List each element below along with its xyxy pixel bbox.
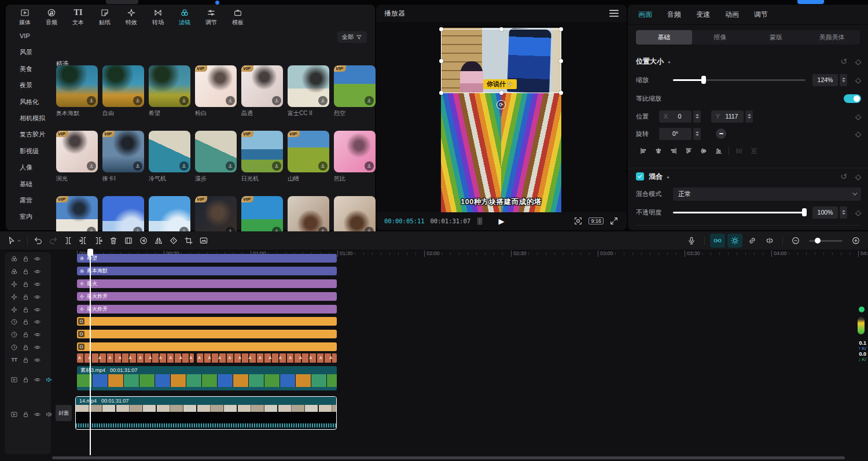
playhead[interactable] — [90, 249, 91, 455]
keyframe-diamond-icon[interactable]: ◇ — [855, 208, 861, 217]
subtitle-badge[interactable]: 你说什 — [483, 79, 517, 89]
keyframe-diamond-icon[interactable]: ◇ — [855, 76, 861, 84]
reset-icon[interactable]: ↺ — [840, 57, 847, 66]
align-right-button[interactable] — [666, 145, 681, 157]
tab-speed[interactable]: 变速 — [696, 10, 710, 20]
keyframe-diamond-icon[interactable]: ◇ — [855, 57, 861, 66]
category-cinematic[interactable]: 影视级 — [6, 143, 52, 159]
lock-icon[interactable] — [22, 356, 30, 364]
tab-transition[interactable]: 转场 — [146, 7, 170, 28]
download-icon[interactable] — [365, 161, 374, 171]
align-center-v-button[interactable] — [696, 145, 711, 157]
category-retro-film[interactable]: 复古胶片 — [6, 126, 52, 142]
subtab-basic[interactable]: 基础 — [636, 30, 692, 45]
tab-audio[interactable]: 音频 — [39, 7, 64, 28]
tab-effects[interactable]: 特效 — [119, 7, 144, 28]
text-clip-group[interactable]: A A A A A A A A A A A A A A A A A A A A … — [197, 353, 337, 363]
video-preview[interactable]: 100种方块搭建而成的塔 — [441, 26, 561, 212]
position-x-field[interactable]: X0 — [659, 110, 692, 123]
cover-button[interactable]: 封面 — [56, 405, 72, 421]
tab-media[interactable]: 媒体 — [13, 7, 37, 28]
filter-clip[interactable]: 奥本海默 — [77, 267, 337, 275]
tab-adjust-props[interactable]: 调节 — [754, 10, 768, 20]
category-camping[interactable]: 露营 — [6, 192, 52, 208]
category-food[interactable]: 美食 — [6, 61, 52, 77]
reverse-button[interactable] — [136, 234, 151, 248]
keyframe-diamond-icon[interactable]: ◇ — [855, 112, 861, 121]
lock-icon[interactable] — [22, 376, 30, 383]
crop-button[interactable] — [181, 234, 196, 248]
keyframe-diamond-icon[interactable]: ◇ — [855, 172, 861, 181]
preview-axis-toggle[interactable] — [727, 234, 742, 248]
timeline-zoom-slider[interactable] — [809, 240, 843, 242]
scale-stepper[interactable] — [840, 74, 847, 86]
tab-adjust[interactable]: 调节 — [199, 7, 223, 28]
opacity-value[interactable]: 100% — [812, 206, 838, 219]
filter-card[interactable]: VIP烈空 — [334, 65, 376, 117]
lock-icon[interactable] — [22, 411, 30, 418]
collapse-caret-icon[interactable]: ▲ — [667, 60, 671, 64]
mute-icon[interactable] — [45, 376, 53, 383]
opacity-stepper[interactable] — [840, 206, 847, 219]
lock-icon[interactable] — [22, 255, 30, 263]
delete-button[interactable] — [106, 234, 121, 248]
download-icon[interactable] — [133, 161, 142, 171]
rotation-stepper[interactable] — [693, 128, 701, 140]
eye-icon[interactable] — [34, 376, 41, 383]
adjust-clip[interactable] — [77, 317, 337, 326]
pip-button[interactable] — [196, 234, 211, 248]
category-night[interactable]: 夜景 — [6, 77, 52, 93]
download-icon[interactable] — [226, 161, 235, 171]
tab-sticker[interactable]: 贴纸 — [93, 7, 117, 28]
tab-filter[interactable]: 滤镜 — [172, 7, 197, 28]
speaker-icon[interactable] — [45, 411, 53, 418]
link-toggle[interactable] — [745, 234, 760, 248]
filter-all-dropdown[interactable]: 全部 — [337, 31, 367, 43]
position-y-field[interactable]: Y1117 — [711, 110, 744, 123]
lock-icon[interactable] — [22, 281, 30, 288]
filter-card[interactable]: 芭比 — [334, 131, 376, 183]
tab-audio-props[interactable]: 音频 — [667, 10, 681, 20]
rotate-button[interactable] — [166, 234, 181, 248]
download-icon[interactable] — [179, 161, 189, 171]
filter-card[interactable]: 自由 — [102, 65, 144, 117]
player-menu-icon[interactable] — [609, 8, 619, 19]
filter-card[interactable]: VIP晶透 — [241, 65, 283, 117]
download-icon[interactable] — [365, 96, 374, 105]
eye-icon[interactable] — [34, 331, 41, 338]
subtab-cutout[interactable]: 抠像 — [692, 30, 748, 45]
rotation-field[interactable]: 0° — [659, 128, 692, 140]
category-stylize[interactable]: 风格化 — [6, 94, 52, 110]
category-indoor[interactable]: 室内 — [6, 208, 52, 224]
filter-clip[interactable]: 希望 — [77, 254, 337, 263]
tab-text[interactable]: TI文本 — [66, 7, 90, 28]
eye-icon[interactable] — [34, 318, 41, 326]
text-clip-group[interactable]: A A A A A A A A A A A A A A A A A A A A … — [77, 353, 194, 363]
play-button[interactable]: ▶ — [499, 217, 505, 226]
align-center-h-button[interactable] — [651, 145, 666, 157]
frames-grid-icon[interactable] — [476, 216, 486, 226]
filter-card[interactable]: 希望 — [149, 65, 190, 117]
download-icon[interactable] — [87, 96, 96, 105]
filter-card[interactable]: 漫步 — [195, 131, 237, 183]
download-icon[interactable] — [179, 96, 189, 105]
blend-checkbox[interactable] — [636, 172, 644, 180]
blend-mode-dropdown[interactable]: 正常 — [673, 187, 861, 201]
eye-icon[interactable] — [34, 255, 41, 263]
effect-clip[interactable]: 星火炸开 — [77, 292, 337, 301]
download-icon[interactable] — [318, 96, 328, 105]
download-icon[interactable] — [87, 161, 96, 171]
eye-icon[interactable] — [34, 293, 41, 301]
scale-slider[interactable] — [673, 79, 806, 81]
quality-focus-icon[interactable] — [573, 216, 583, 226]
category-vip[interactable]: VIP — [6, 28, 52, 44]
keyframe-diamond-icon[interactable]: ◇ — [855, 130, 861, 138]
download-icon[interactable] — [226, 96, 235, 105]
lock-icon[interactable] — [22, 344, 30, 351]
adjust-clip[interactable] — [77, 330, 337, 338]
eye-icon[interactable] — [34, 281, 41, 288]
video-clip[interactable]: 素材3.mp400:01:31:07 — [77, 366, 337, 390]
filter-card[interactable]: VIP粉白 — [195, 65, 237, 117]
tab-picture[interactable]: 画面 — [638, 10, 652, 20]
snap-toggle[interactable] — [710, 234, 725, 248]
